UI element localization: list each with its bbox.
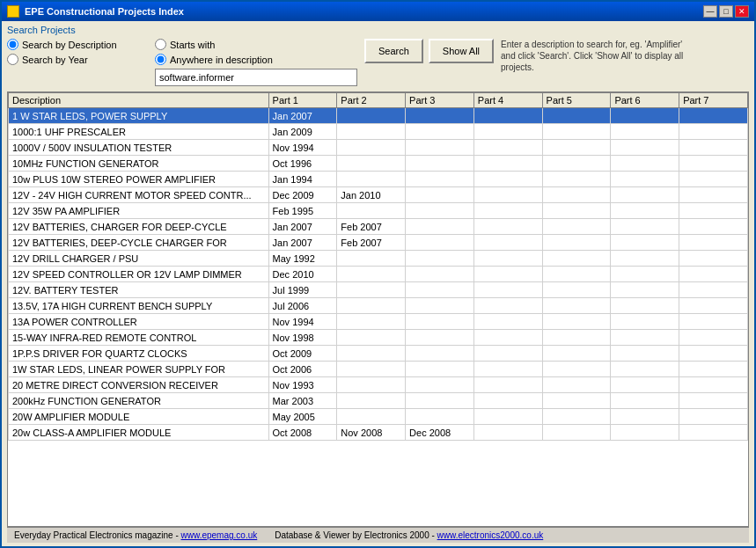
table-cell-part	[542, 282, 611, 298]
col-header-part2: Part 2	[337, 93, 406, 108]
table-cell-part	[337, 267, 406, 282]
table-cell-part	[611, 409, 679, 425]
radio-starts-with-label[interactable]: Starts with	[170, 40, 215, 50]
table-row[interactable]: 12V BATTERIES, CHARGER FOR DEEP-CYCLEJan…	[9, 219, 748, 235]
results-table: Description Part 1 Part 2 Part 3 Part 4 …	[8, 92, 748, 441]
table-cell-part: Nov 1994	[268, 140, 337, 156]
table-cell-part	[542, 156, 611, 172]
radio-by-description-label[interactable]: Search by Description	[22, 40, 117, 50]
table-cell-part	[406, 362, 474, 377]
table-cell-part	[406, 108, 474, 124]
table-cell-part	[542, 362, 611, 377]
table-row[interactable]: 20W AMPLIFIER MODULEMay 2005	[9, 409, 748, 425]
table-cell-part	[337, 156, 406, 172]
radio-anywhere[interactable]	[155, 54, 166, 65]
table-cell-part	[679, 267, 748, 282]
radio-anywhere-label[interactable]: Anywhere in description	[170, 55, 273, 65]
table-cell-part	[473, 393, 542, 409]
table-cell-part: Jan 1994	[268, 172, 337, 187]
table-row[interactable]: 1000:1 UHF PRESCALERJan 2009	[9, 124, 748, 140]
table-cell-description: 10MHz FUNCTION GENERATOR	[9, 156, 269, 172]
table-cell-part	[406, 235, 474, 251]
table-cell-part	[406, 156, 474, 172]
table-row[interactable]: 20w CLASS-A AMPLIFIER MODULEOct 2008Nov …	[9, 425, 748, 441]
table-cell-part	[611, 187, 679, 203]
table-cell-part	[611, 282, 679, 298]
table-row[interactable]: 1000V / 500V INSULATION TESTERNov 1994	[9, 140, 748, 156]
table-cell-part	[473, 377, 542, 393]
table-cell-part	[542, 393, 611, 409]
table-cell-part	[406, 377, 474, 393]
table-cell-part	[406, 314, 474, 330]
table-row[interactable]: 20 METRE DIRECT CONVERSION RECEIVERNov 1…	[9, 377, 748, 393]
table-cell-part	[611, 330, 679, 346]
show-all-button[interactable]: Show All	[429, 39, 494, 63]
table-cell-part	[542, 124, 611, 140]
table-cell-part: Jan 2009	[268, 124, 337, 140]
radio-by-year-label[interactable]: Search by Year	[22, 55, 88, 65]
table-cell-part: Oct 2009	[268, 346, 337, 362]
search-button[interactable]: Search	[364, 39, 423, 63]
table-cell-part	[337, 330, 406, 346]
table-cell-part	[679, 346, 748, 362]
table-cell-part	[611, 203, 679, 219]
table-cell-part	[406, 187, 474, 203]
col-header-part7: Part 7	[679, 93, 748, 108]
search-controls: Search by Description Search by Year Sta…	[7, 39, 749, 86]
radio-by-year[interactable]	[7, 54, 18, 65]
table-cell-description: 15-WAY INFRA-RED REMOTE CONTROL	[9, 330, 269, 346]
table-cell-part	[611, 124, 679, 140]
table-cell-part	[611, 377, 679, 393]
table-row[interactable]: 200kHz FUNCTION GENERATORMar 2003	[9, 393, 748, 409]
radio-starts-with[interactable]	[155, 39, 166, 50]
table-cell-part	[406, 219, 474, 235]
footer: Everyday Practical Electronics magazine …	[7, 527, 749, 543]
table-row[interactable]: 12V SPEED CONTROLLER OR 12V LAMP DIMMERD…	[9, 267, 748, 282]
table-cell-part	[406, 330, 474, 346]
table-cell-part	[679, 425, 748, 441]
table-row[interactable]: 12V DRILL CHARGER / PSUMay 1992	[9, 251, 748, 267]
table-cell-description: 1P.P.S DRIVER FOR QUARTZ CLOCKS	[9, 346, 269, 362]
footer-left-link[interactable]: www.epemag.co.uk	[181, 530, 258, 540]
table-row[interactable]: 12V - 24V HIGH CURRENT MOTOR SPEED CONTR…	[9, 187, 748, 203]
table-row[interactable]: 1 W STAR LEDS, POWER SUPPLYJan 2007	[9, 108, 748, 124]
col-header-description: Description	[9, 93, 269, 108]
table-cell-part	[542, 425, 611, 441]
table-cell-part	[679, 393, 748, 409]
table-row[interactable]: 13.5V, 17A HIGH CURRENT BENCH SUPPLYJul …	[9, 298, 748, 314]
table-cell-part	[337, 362, 406, 377]
footer-right-link[interactable]: www.electronics2000.co.uk	[437, 530, 544, 540]
table-cell-part: Nov 2008	[337, 425, 406, 441]
table-cell-part	[542, 140, 611, 156]
minimize-button[interactable]: —	[703, 5, 717, 18]
table-row[interactable]: 12V. BATTERY TESTERJul 1999	[9, 282, 748, 298]
table-cell-part	[679, 108, 748, 124]
table-cell-part	[611, 346, 679, 362]
table-cell-description: 20w CLASS-A AMPLIFIER MODULE	[9, 425, 269, 441]
table-row[interactable]: 13A POWER CONTROLLERNov 1994	[9, 314, 748, 330]
table-cell-part	[473, 172, 542, 187]
table-scroll[interactable]: Description Part 1 Part 2 Part 3 Part 4 …	[8, 92, 748, 526]
table-cell-part	[611, 314, 679, 330]
search-input[interactable]	[155, 69, 357, 86]
table-row[interactable]: 10MHz FUNCTION GENERATOROct 1996	[9, 156, 748, 172]
col-header-part1: Part 1	[268, 93, 337, 108]
table-row[interactable]: 12V BATTERIES, DEEP-CYCLE CHARGER FORJan…	[9, 235, 748, 251]
table-cell-description: 20 METRE DIRECT CONVERSION RECEIVER	[9, 377, 269, 393]
table-cell-part: May 2005	[268, 409, 337, 425]
table-cell-part	[406, 124, 474, 140]
radio-by-description[interactable]	[7, 39, 18, 50]
table-cell-part	[473, 298, 542, 314]
table-cell-part	[611, 362, 679, 377]
radio-by-year-row: Search by Year	[7, 54, 148, 65]
maximize-button[interactable]: □	[719, 5, 733, 18]
table-cell-part	[473, 203, 542, 219]
table-row[interactable]: 12V 35W PA AMPLIFIERFeb 1995	[9, 203, 748, 219]
table-cell-description: 13.5V, 17A HIGH CURRENT BENCH SUPPLY	[9, 298, 269, 314]
table-row[interactable]: 1P.P.S DRIVER FOR QUARTZ CLOCKSOct 2009	[9, 346, 748, 362]
table-row[interactable]: 15-WAY INFRA-RED REMOTE CONTROLNov 1998	[9, 330, 748, 346]
table-row[interactable]: 10w PLUS 10W STEREO POWER AMPLIFIERJan 1…	[9, 172, 748, 187]
table-row[interactable]: 1W STAR LEDS, LINEAR POWER SUPPLY FOROct…	[9, 362, 748, 377]
close-button[interactable]: ✕	[735, 5, 749, 18]
table-cell-part	[406, 203, 474, 219]
